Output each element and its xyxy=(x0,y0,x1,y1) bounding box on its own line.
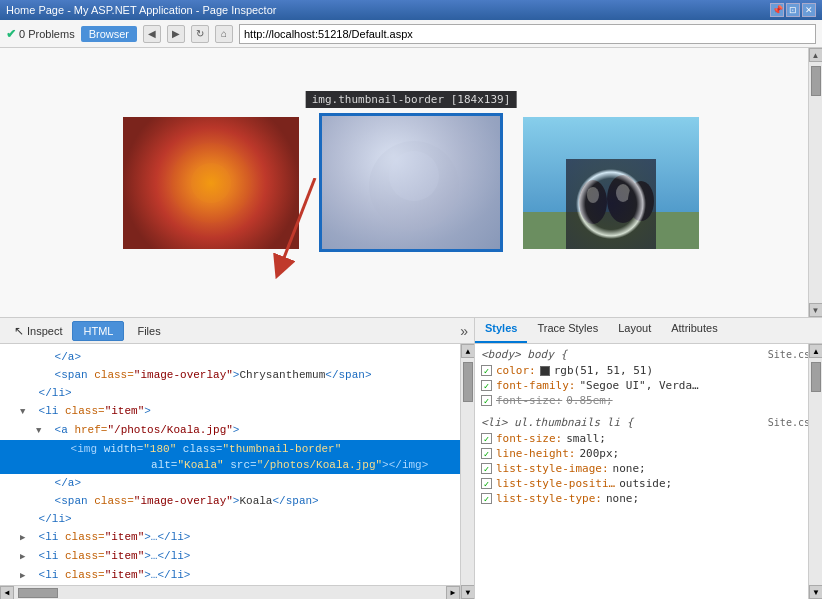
svg-rect-9 xyxy=(523,212,699,249)
triangle-icon[interactable] xyxy=(36,423,48,439)
html-tree: </a> <span class="image-overlay">Chrysan… xyxy=(0,344,474,599)
styles-tab-trace[interactable]: Trace Styles xyxy=(527,318,608,343)
toolbar: ✔ 0 Problems Browser ◀ ▶ ↻ ⌂ xyxy=(0,20,822,48)
triangle-icon[interactable] xyxy=(20,549,32,565)
styles-scrollbar[interactable]: ▲ ▼ xyxy=(808,344,822,599)
tree-scroll-down[interactable]: ▼ xyxy=(461,585,474,599)
inspect-label: Inspect xyxy=(27,325,62,337)
nav-back-button[interactable]: ◀ xyxy=(143,25,161,43)
nav-home-button[interactable]: ⌂ xyxy=(215,25,233,43)
nav-refresh-button[interactable]: ↻ xyxy=(191,25,209,43)
address-bar[interactable] xyxy=(239,24,816,44)
styles-tab-attributes[interactable]: Attributes xyxy=(661,318,727,343)
problems-badge: ✔ 0 Problems xyxy=(6,27,75,41)
tree-line: <li class="item">…</li> xyxy=(0,547,474,566)
photo-penguins xyxy=(523,117,699,249)
style-checkbox-fontfamily[interactable]: ✓ xyxy=(481,380,492,391)
inspect-tab[interactable]: ↖ Inspect xyxy=(6,321,70,341)
cursor-icon: ↖ xyxy=(14,324,24,338)
triangle-icon[interactable] xyxy=(20,530,32,546)
close-button[interactable]: ✕ xyxy=(802,3,816,17)
panel-expand-button[interactable]: » xyxy=(460,323,468,339)
styles-panel: Styles Trace Styles Layout Attributes <b… xyxy=(475,318,822,599)
tree-scrollbar[interactable]: ▲ ▼ xyxy=(460,344,474,599)
style-section-li: <li> ul.thumbnails li { Site.css ✓ font-… xyxy=(481,416,816,506)
style-checkbox-lineheight[interactable]: ✓ xyxy=(481,448,492,459)
problems-icon: ✔ xyxy=(6,27,16,41)
svg-point-7 xyxy=(389,151,439,201)
style-checkbox-li-fontsize[interactable]: ✓ xyxy=(481,433,492,444)
style-checkbox-liststyletype[interactable]: ✓ xyxy=(481,493,492,504)
svg-point-6 xyxy=(369,141,459,231)
html-tab[interactable]: HTML xyxy=(72,321,124,341)
photo-chrysanthemum xyxy=(123,117,299,249)
browser-tab[interactable]: Browser xyxy=(81,26,137,42)
svg-point-3 xyxy=(171,143,251,223)
svg-rect-2 xyxy=(123,117,299,249)
scroll-down-button[interactable]: ▼ xyxy=(809,303,823,317)
styles-scroll-thumb[interactable] xyxy=(811,362,821,392)
tree-hscroll-thumb[interactable] xyxy=(18,588,58,598)
svg-rect-5 xyxy=(322,116,503,252)
selected-tree-line[interactable]: <img width="180" class="thumbnail-border… xyxy=(0,440,474,474)
chrysanthemum-svg xyxy=(123,117,299,249)
main-area: img.thumbnail-border [184x139] xyxy=(0,48,822,599)
koala-image xyxy=(319,113,503,252)
penguins-image xyxy=(523,117,699,249)
pin-button[interactable]: 📌 xyxy=(770,3,784,17)
files-tab[interactable]: Files xyxy=(126,321,171,341)
photo-koala: img.thumbnail-border [184x139] xyxy=(319,113,503,252)
triangle-icon[interactable] xyxy=(20,568,32,584)
tree-line: <li class="item"> xyxy=(0,402,474,421)
svg-point-12 xyxy=(587,187,599,203)
style-selector-li: <li> ul.thumbnails li { Site.css xyxy=(481,416,816,429)
tree-hscrollbar[interactable]: ◀ ▶ xyxy=(0,585,460,599)
style-rule-liststyleimage: ✓ list-style-image: none; xyxy=(481,461,816,476)
styles-tab-styles[interactable]: Styles xyxy=(475,318,527,343)
tree-line: <li class="item">…</li> xyxy=(0,528,474,547)
html-panel: ↖ Inspect HTML Files » </a> <span class=… xyxy=(0,318,475,599)
title-bar: Home Page - My ASP.NET Application - Pag… xyxy=(0,0,822,20)
color-swatch-color xyxy=(540,366,550,376)
tree-line: </a> xyxy=(0,348,474,366)
style-rule-liststyletype: ✓ list-style-type: none; xyxy=(481,491,816,506)
tree-line: </a> xyxy=(0,474,474,492)
style-checkbox-liststyleimage[interactable]: ✓ xyxy=(481,463,492,474)
title-btn-expand[interactable]: ⊡ xyxy=(786,3,800,17)
scroll-up-button[interactable]: ▲ xyxy=(809,48,823,62)
style-rule-liststylepos: ✓ list-style-positi… outside; xyxy=(481,476,816,491)
title-bar-text: Home Page - My ASP.NET Application - Pag… xyxy=(6,4,276,16)
styles-scroll-down[interactable]: ▼ xyxy=(809,585,822,599)
tree-scroll-right[interactable]: ▶ xyxy=(446,586,460,600)
svg-point-15 xyxy=(616,184,630,202)
photo-gallery: img.thumbnail-border [184x139] xyxy=(0,48,822,317)
tree-line: <li class="item">…</li> xyxy=(0,566,474,585)
viewport-scrollbar[interactable]: ▲ ▼ xyxy=(808,48,822,317)
panel-tabs: ↖ Inspect HTML Files » xyxy=(0,318,474,344)
scroll-thumb[interactable] xyxy=(811,66,821,96)
styles-tab-layout[interactable]: Layout xyxy=(608,318,661,343)
tree-scroll-thumb[interactable] xyxy=(463,362,473,402)
browser-viewport: img.thumbnail-border [184x139] xyxy=(0,48,822,318)
koala-svg xyxy=(322,116,503,252)
style-rule-lineheight: ✓ line-height: 200px; xyxy=(481,446,816,461)
penguins-svg xyxy=(523,117,699,249)
style-rule-li-fontsize: ✓ font-size: small; xyxy=(481,431,816,446)
svg-point-10 xyxy=(579,180,607,224)
style-checkbox-liststylepos[interactable]: ✓ xyxy=(481,478,492,489)
tree-line: <span class="image-overlay">Chrysanthemu… xyxy=(0,366,474,384)
style-selector-body: <body> body { Site.css xyxy=(481,348,816,361)
tree-line: </li> xyxy=(0,384,474,402)
tree-scroll-up[interactable]: ▲ xyxy=(461,344,474,358)
triangle-icon[interactable] xyxy=(20,404,32,420)
tree-line: <a href="/photos/Koala.jpg"> xyxy=(0,421,474,440)
style-rule-color: ✓ color: rgb(51, 51, 51) xyxy=(481,363,816,378)
styles-scroll-up[interactable]: ▲ xyxy=(809,344,822,358)
svg-point-11 xyxy=(584,183,602,201)
style-checkbox-color[interactable]: ✓ xyxy=(481,365,492,376)
nav-forward-button[interactable]: ▶ xyxy=(167,25,185,43)
svg-point-14 xyxy=(613,179,633,199)
tree-scroll-left[interactable]: ◀ xyxy=(0,586,14,600)
svg-point-13 xyxy=(607,175,639,223)
style-checkbox-fontsize[interactable]: ✓ xyxy=(481,395,492,406)
